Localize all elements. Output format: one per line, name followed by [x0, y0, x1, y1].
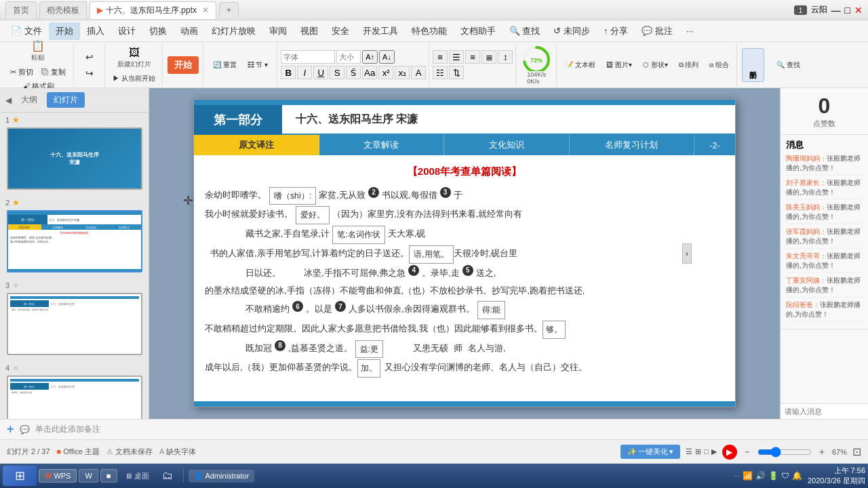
menu-special[interactable]: 特色功能 [405, 22, 454, 40]
textbox-btn[interactable]: 📝 文本框 [560, 58, 600, 72]
presenter-view-icon[interactable]: ▶ [711, 447, 717, 456]
tray-show-desktop[interactable]: ··· [734, 472, 740, 480]
zoom-minus-btn[interactable]: － [743, 446, 752, 458]
taskbar-word-btn[interactable]: W [79, 469, 98, 483]
beautify-btn[interactable]: ✨ 一键美化 ▾ [620, 445, 680, 459]
minimize-btn[interactable]: — [831, 5, 841, 16]
font-name-input[interactable] [281, 50, 335, 64]
slide-thumb-1[interactable]: 十六、送东阳马生序宋濂 [7, 127, 142, 190]
trans-line-5: 成年以后,（我）更加仰慕圣贤的学说。 加。 又担心没有学问渊博的老师、名人与（自… [205, 359, 724, 378]
cut-btn[interactable]: ✂ 剪切 [7, 66, 37, 79]
menu-transition[interactable]: 切换 [142, 22, 174, 40]
tab-mingshi[interactable]: 名师复习计划 [570, 135, 695, 155]
slide-thumb-4[interactable]: 第一部分 十六、送东阳马生序 既加冠，益慕圣贤之道... [7, 375, 142, 419]
tab-add[interactable]: + [219, 2, 239, 18]
menu-find[interactable]: 🔍 查找 [502, 22, 547, 40]
picture-btn[interactable]: 🖼 图片▾ [601, 58, 637, 72]
menu-review[interactable]: 审阅 [262, 22, 294, 40]
menu-design[interactable]: 设计 [111, 22, 142, 40]
collapse-left-btn[interactable]: ◀ [5, 96, 12, 105]
grid-view-icon[interactable]: ⊞ [695, 447, 701, 456]
taskbar-desktop-btn[interactable]: 🖥 桌面 [119, 469, 155, 483]
font-size-up-btn[interactable]: A↑ [362, 50, 378, 64]
justify-btn[interactable]: ≣ [481, 50, 496, 64]
menu-devtools[interactable]: 开发工具 [356, 22, 405, 40]
font-size-down-btn[interactable]: A↓ [379, 50, 395, 64]
outline-tab[interactable]: 大纲 [14, 92, 44, 108]
menu-sync[interactable]: ↺ 未同步 [547, 22, 597, 40]
taskbar-user-btn[interactable]: 👤 Administrator [189, 470, 255, 483]
note-placeholder[interactable]: 单击此处添加备注 [35, 424, 100, 435]
underline-btn[interactable]: U [313, 66, 328, 79]
align-right-btn[interactable]: ≡ [465, 50, 480, 64]
undo-btn[interactable]: ↩ [77, 49, 102, 64]
tab-yuanwen[interactable]: 原文译注 [194, 135, 319, 155]
text-dir-btn[interactable]: ⇅ [449, 66, 464, 79]
line-spacing-btn[interactable]: ↕ [498, 50, 513, 64]
menu-start[interactable]: 开始 [49, 22, 80, 40]
from-here-btn[interactable]: ▶ 从当前开始 [110, 73, 158, 85]
italic-btn[interactable]: I [297, 66, 312, 79]
tab-home[interactable]: 首页 [5, 1, 37, 19]
menu-dochelper[interactable]: 文档助手 [454, 22, 502, 40]
fit-screen-btn[interactable]: ⊡ [852, 445, 861, 458]
group-btn[interactable]: ⧈ 组合 [705, 58, 734, 72]
star-3[interactable]: ★ [12, 281, 20, 290]
taskbar-filemgr-btn[interactable]: 🗂 [157, 468, 178, 484]
find-btn[interactable]: 🔍 查找 [772, 58, 805, 72]
slide-thumb-2[interactable]: 第一部分 十六、送东阳马生序 宋濂 原文译注 文章解读 文化知识 名师复习 【2… [7, 210, 142, 272]
maximize-btn[interactable]: □ [845, 5, 850, 16]
align-left-btn[interactable]: ≡ [433, 50, 448, 64]
menu-comment[interactable]: 💬 批注 [635, 22, 679, 40]
star-4[interactable]: ★ [12, 363, 20, 373]
superscript-btn[interactable]: x² [378, 66, 393, 79]
menu-slideshow[interactable]: 幻灯片放映 [205, 22, 262, 40]
paste-btn[interactable]: 📋粘贴 [26, 37, 50, 64]
arrange-btn[interactable]: ⧉ 排列 [674, 58, 704, 72]
tab-wenhua[interactable]: 文化知识 [444, 135, 570, 155]
menu-insert[interactable]: 插入 [80, 22, 111, 40]
reading-view-icon[interactable]: □ [704, 447, 709, 456]
collapse-right-panel-btn[interactable]: › [682, 243, 692, 264]
slide-thumb-3[interactable]: 第一部分 十六、送东阳马生序 家贫，无从致书以观，每假借于藏书之家... [7, 293, 142, 355]
align-center-btn[interactable]: ☰ [449, 50, 464, 64]
clear-format-btn[interactable]: Aa [362, 66, 377, 79]
menu-security[interactable]: 安全 [325, 22, 356, 40]
star-2[interactable]: ★ [12, 198, 20, 207]
tab-wenzhang[interactable]: 文章解读 [319, 135, 445, 155]
menu-view[interactable]: 视图 [294, 22, 325, 40]
close-btn[interactable]: ✕ [854, 5, 863, 16]
shape-btn[interactable]: ⬡ 形状▾ [638, 58, 673, 72]
menu-animation[interactable]: 动画 [174, 22, 205, 40]
tab-current-file[interactable]: ▶ 十六、送东阳马生序.pptx ✕ [90, 1, 216, 19]
font-color-btn[interactable]: A [411, 66, 426, 79]
shadow-btn[interactable]: S̈ [346, 66, 361, 79]
zoom-slider[interactable] [757, 447, 812, 458]
add-slide-btn[interactable]: + [7, 422, 14, 436]
star-1[interactable]: ★ [12, 115, 20, 125]
tab-close-icon[interactable]: ✕ [202, 5, 209, 15]
font-size-input[interactable] [336, 50, 361, 64]
play-btn[interactable]: ▶ [722, 445, 737, 460]
reset-btn[interactable]: 🔄 重置 [208, 58, 241, 72]
zoom-plus-btn[interactable]: ＋ [817, 446, 827, 458]
menu-share[interactable]: ↑ 分享 [597, 22, 635, 40]
tab-template[interactable]: 稻壳模板 [39, 1, 87, 19]
start-slideshow-btn[interactable]: 开始 [167, 56, 199, 74]
menu-more[interactable]: ··· [679, 23, 701, 39]
subscript-btn[interactable]: x₂ [395, 66, 410, 79]
strikethrough-btn[interactable]: S [330, 66, 344, 79]
taskbar-app3-btn[interactable]: ■ [100, 469, 117, 483]
section-btn[interactable]: ☷ 节 ▾ [243, 58, 273, 72]
redo-btn[interactable]: ↪ [77, 66, 102, 81]
msg-input[interactable] [781, 404, 868, 419]
normal-view-icon[interactable]: ☰ [686, 447, 692, 456]
copy-btn[interactable]: ⿻ 复制 [38, 66, 69, 79]
col-btn[interactable]: ☷ [433, 66, 448, 79]
doc-toolbar-btn[interactable]: 文档助手 [742, 48, 764, 82]
slides-tab[interactable]: 幻灯片 [47, 92, 85, 108]
taskbar-wps-btn[interactable]: W WPS [39, 469, 77, 483]
start-button[interactable]: ⊞ [3, 466, 37, 486]
new-slide-btn[interactable]: 🖼新建幻灯片 [113, 45, 156, 71]
bold-btn[interactable]: B [281, 66, 296, 79]
